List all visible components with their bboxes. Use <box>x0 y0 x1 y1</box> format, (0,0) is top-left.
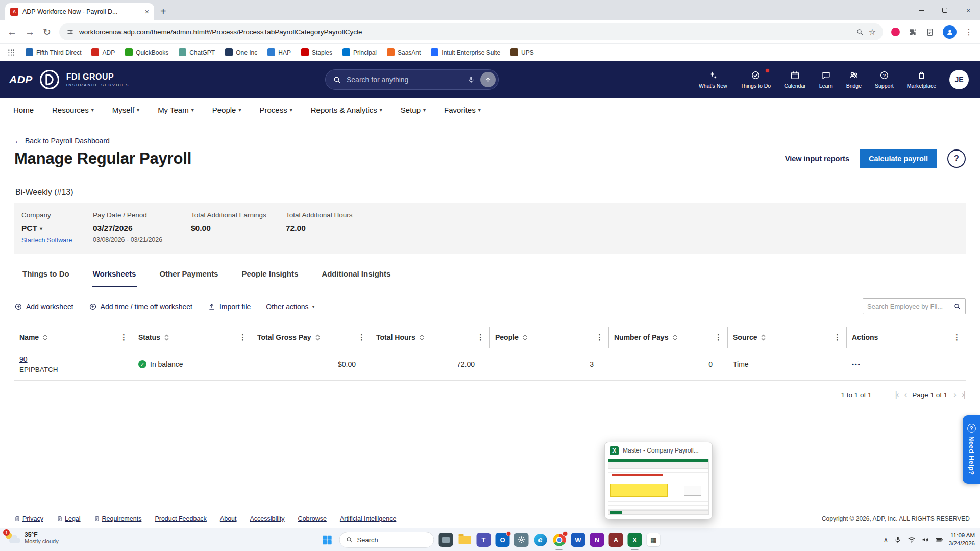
apps-grid-icon[interactable] <box>7 48 15 57</box>
settings-icon[interactable] <box>514 533 529 547</box>
zoom-icon[interactable] <box>856 28 864 36</box>
sort-icon[interactable] <box>164 334 169 341</box>
tab-close-icon[interactable]: × <box>145 8 149 16</box>
sort-icon[interactable] <box>419 334 425 341</box>
tab-additional-insights[interactable]: Additional Insights <box>321 269 391 287</box>
help-button[interactable]: ? <box>947 149 966 168</box>
last-page-button[interactable]: ›| <box>962 390 965 400</box>
bookmark-adp[interactable]: ADP <box>91 48 115 56</box>
access-icon[interactable]: A <box>609 533 623 547</box>
global-search-input[interactable] <box>347 76 462 84</box>
column-header-total-gross-pay[interactable]: Total Gross Pay⋮ <box>252 327 371 348</box>
column-header-source[interactable]: Source⋮ <box>728 327 847 348</box>
bridge-button[interactable]: Bridge <box>846 70 862 89</box>
employee-search-box[interactable] <box>863 298 966 314</box>
weather-widget[interactable]: 1 35°F Mostly cloudy <box>5 531 59 545</box>
nav-item-favorites[interactable]: Favorites▾ <box>444 106 481 114</box>
teams-icon[interactable]: T <box>477 533 491 547</box>
footer-link-about[interactable]: About <box>220 515 237 522</box>
spreadsheet-preview[interactable] <box>608 459 709 515</box>
browser-panel-icon[interactable] <box>925 28 935 37</box>
bookmark-one-inc[interactable]: One Inc <box>225 48 257 56</box>
footer-link-artificial-intelligence[interactable]: Artificial Intelligence <box>340 515 396 522</box>
bookmark-staples[interactable]: Staples <box>301 48 332 56</box>
next-page-button[interactable]: › <box>953 390 955 400</box>
sort-icon[interactable] <box>42 334 48 341</box>
battery-icon[interactable] <box>935 536 943 544</box>
bookmark-saasant[interactable]: SaasAnt <box>387 48 421 56</box>
url-text[interactable]: workforcenow.adp.com/theme/admin.html#/P… <box>79 28 851 36</box>
calendar-button[interactable]: Calendar <box>784 70 806 89</box>
marketplace-button[interactable]: Marketplace <box>907 70 936 89</box>
things-to-do-button[interactable]: Things to Do <box>741 70 771 89</box>
sort-icon[interactable] <box>522 334 528 341</box>
excel-preview-popup[interactable]: X Master - Company Payroll... <box>604 442 713 519</box>
outlook-icon[interactable]: O <box>496 533 510 547</box>
window-close-button[interactable]: × <box>957 0 980 20</box>
file-explorer-icon[interactable] <box>458 533 472 547</box>
bookmark-principal[interactable]: Principal <box>342 48 377 56</box>
column-header-number-of-pays[interactable]: Number of Pays⋮ <box>609 327 728 348</box>
column-header-total-hours[interactable]: Total Hours⋮ <box>371 327 490 348</box>
sort-icon[interactable] <box>315 334 321 341</box>
user-avatar[interactable]: JE <box>949 70 969 89</box>
new-tab-button[interactable]: + <box>160 6 166 17</box>
first-page-button[interactable]: |‹ <box>895 390 898 400</box>
add-worksheet-button[interactable]: Add worksheet <box>14 303 74 311</box>
footer-link-accessibility[interactable]: Accessibility <box>250 515 285 522</box>
column-menu-icon[interactable]: ⋮ <box>715 333 722 342</box>
pinned-extension-icon[interactable] <box>891 28 900 36</box>
nav-item-myself[interactable]: Myself▾ <box>112 106 139 114</box>
word-icon[interactable]: W <box>571 533 585 547</box>
footer-link-legal[interactable]: Legal <box>57 515 81 522</box>
remote-desktop-icon[interactable] <box>439 533 453 547</box>
calculate-payroll-button[interactable]: Calculate payroll <box>860 149 937 168</box>
nav-item-people[interactable]: People▾ <box>212 106 241 114</box>
company-link[interactable]: Startech Software <box>21 237 93 244</box>
chrome-icon[interactable] <box>552 533 567 547</box>
address-bar[interactable]: workforcenow.adp.com/theme/admin.html#/P… <box>59 23 883 40</box>
support-button[interactable]: Support <box>875 70 894 89</box>
view-input-reports-link[interactable]: View input reports <box>785 155 849 163</box>
worksheet-link[interactable]: 90 <box>19 355 28 363</box>
column-menu-icon[interactable]: ⋮ <box>834 333 841 342</box>
bookmark-hap[interactable]: HAP <box>267 48 291 56</box>
nav-item-resources[interactable]: Resources▾ <box>52 106 94 114</box>
row-actions-button[interactable]: ••• <box>852 361 861 367</box>
sort-icon[interactable] <box>672 334 678 341</box>
window-maximize-button[interactable] <box>933 0 957 20</box>
bookmark-star-icon[interactable]: ☆ <box>869 27 876 37</box>
need-help-tab[interactable]: ? Need Help? <box>963 415 980 484</box>
column-header-status[interactable]: Status⋮ <box>133 327 252 348</box>
browser-reload-button[interactable]: ↻ <box>43 26 51 38</box>
browser-menu-icon[interactable]: ⋮ <box>965 27 973 37</box>
volume-icon[interactable] <box>921 536 929 544</box>
tray-expand-icon[interactable]: ∧ <box>884 536 888 543</box>
site-info-icon[interactable] <box>66 28 74 36</box>
column-menu-icon[interactable]: ⋮ <box>120 333 128 342</box>
sort-icon[interactable] <box>761 334 766 341</box>
bookmark-quickbooks[interactable]: QuickBooks <box>125 48 168 56</box>
back-to-payroll-dashboard-link[interactable]: Back to Payroll Dashboard <box>25 137 110 145</box>
bookmark-intuit-enterprise-suite[interactable]: Intuit Enterprise Suite <box>431 48 500 56</box>
onenote-icon[interactable]: N <box>590 533 604 547</box>
footer-link-requirements[interactable]: Requirements <box>94 515 142 522</box>
browser-back-button[interactable]: ← <box>7 27 17 38</box>
browser-profile-avatar[interactable] <box>943 25 957 39</box>
previous-page-button[interactable]: ‹ <box>904 390 906 400</box>
wifi-icon[interactable] <box>908 536 916 544</box>
whats-new-button[interactable]: What's New <box>699 70 727 89</box>
footer-link-privacy[interactable]: Privacy <box>14 515 43 522</box>
tab-worksheets[interactable]: Worksheets <box>92 269 137 287</box>
column-menu-icon[interactable]: ⋮ <box>239 333 247 342</box>
column-header-name[interactable]: Name⋮ <box>14 327 133 348</box>
browser-tab[interactable]: A ADP Workforce Now - Payroll D... × <box>5 3 154 20</box>
nav-item-setup[interactable]: Setup▾ <box>401 106 426 114</box>
extensions-puzzle-icon[interactable] <box>908 28 917 37</box>
nav-item-reports-analytics[interactable]: Reports & Analytics▾ <box>311 106 382 114</box>
calculator-icon[interactable]: ▦ <box>647 533 661 547</box>
nav-item-process[interactable]: Process▾ <box>259 106 292 114</box>
taskbar-clock[interactable]: 11:09 AM 3/24/2026 <box>949 532 975 547</box>
learn-button[interactable]: Learn <box>819 70 833 89</box>
bookmark-ups[interactable]: UPS <box>510 48 534 56</box>
